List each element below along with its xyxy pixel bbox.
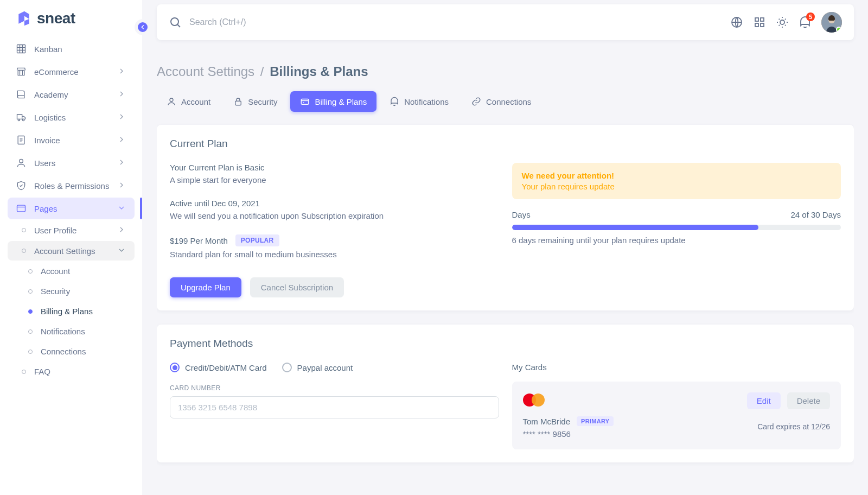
tab-account[interactable]: Account (157, 91, 220, 112)
plan-name: Your Current Plan is Basic (170, 163, 499, 172)
nav-sub-notifications[interactable]: Notifications (8, 322, 135, 341)
brand[interactable]: sneat (0, 0, 142, 33)
nav-ecommerce[interactable]: eCommerce (8, 61, 135, 82)
nav-sub-pages: User Profile Account Settings Account Se… (8, 220, 135, 381)
tab-notifications[interactable]: Notifications (380, 91, 458, 112)
radio-paypal[interactable]: Paypal account (282, 363, 353, 372)
dot-icon (28, 350, 33, 354)
svg-rect-5 (17, 205, 25, 212)
dot-icon (28, 289, 33, 294)
card-masked: **** **** 9856 (523, 429, 614, 439)
topbar: 5 (157, 4, 854, 40)
user-icon (167, 97, 176, 106)
search-input[interactable] (189, 17, 730, 27)
notifications-icon[interactable]: 5 (799, 16, 812, 29)
my-cards-title: My Cards (512, 363, 841, 372)
nav-sub-billing[interactable]: Billing & Plans (8, 302, 135, 321)
svg-point-15 (170, 98, 173, 101)
dot-icon (28, 269, 33, 274)
apps-icon[interactable] (753, 16, 766, 29)
chevron-right-icon (117, 135, 127, 145)
my-cards: My Cards Tom McBride PRIMARY **** **** 9… (512, 363, 841, 449)
plan-status: We need your attention! Your plan requir… (512, 163, 841, 259)
nav-sub-account-settings: Account Security Billing & Plans Notific… (8, 262, 135, 361)
payment-methods-title: Payment Methods (170, 338, 841, 350)
nav-sub-security[interactable]: Security (8, 282, 135, 301)
chevron-right-icon (117, 158, 127, 168)
svg-point-4 (20, 159, 23, 163)
dot-icon (22, 249, 26, 253)
svg-rect-16 (235, 101, 241, 105)
breadcrumb: Account Settings / Billings & Plans (157, 64, 854, 79)
nav-sub-connections[interactable]: Connections (8, 342, 135, 361)
svg-point-12 (780, 20, 784, 24)
upgrade-plan-button[interactable]: Upgrade Plan (170, 277, 241, 297)
bell-icon (390, 97, 399, 106)
nav-pages[interactable]: Pages (8, 198, 135, 219)
plan-price-desc: Standard plan for small to medium busine… (170, 250, 499, 259)
dot-icon (22, 228, 26, 232)
grid-icon (15, 43, 27, 55)
svg-point-1 (18, 119, 20, 120)
chevron-left-icon (139, 23, 146, 31)
link-icon (471, 97, 481, 106)
search-icon[interactable] (169, 16, 182, 29)
card-owner: Tom McBride (523, 417, 571, 426)
nav-logistics[interactable]: Logistics (8, 106, 135, 128)
nav-sub-account[interactable]: Account (8, 262, 135, 281)
delete-card-button[interactable]: Delete (787, 392, 830, 409)
current-plan-title: Current Plan (170, 138, 841, 150)
dot-icon (22, 370, 26, 374)
lock-icon (233, 97, 243, 106)
svg-rect-10 (755, 23, 758, 27)
svg-rect-17 (302, 99, 309, 105)
plan-info: Your Current Plan is Basic A simple star… (170, 163, 499, 259)
chevron-right-icon (117, 225, 127, 235)
card-number-input[interactable] (170, 396, 499, 418)
settings-tabs: Account Security Billing & Plans Notific… (157, 91, 854, 112)
card-icon (300, 97, 310, 106)
days-progress (512, 225, 841, 230)
saved-card: Tom McBride PRIMARY **** **** 9856 Edit … (512, 382, 841, 449)
shield-icon (15, 180, 27, 192)
file-icon (15, 134, 27, 146)
card-number-label: CARD NUMBER (170, 384, 499, 392)
current-plan-card: Current Plan Your Current Plan is Basic … (157, 125, 854, 310)
nav-kanban[interactable]: Kanban (8, 38, 135, 60)
sidebar-nav: Kanban eCommerce Academy Logistics Invoi… (0, 33, 142, 382)
radio-icon (170, 363, 180, 372)
breadcrumb-current: Billings & Plans (270, 64, 368, 79)
tab-security[interactable]: Security (224, 91, 287, 112)
brand-name: sneat (37, 10, 75, 27)
popular-badge: POPULAR (235, 234, 279, 246)
nav-faq[interactable]: FAQ (8, 362, 135, 381)
nav-users[interactable]: Users (8, 152, 135, 174)
chevron-down-icon (117, 204, 127, 213)
user-icon (15, 157, 27, 169)
nav-roles[interactable]: Roles & Permissions (8, 175, 135, 196)
nav-account-settings[interactable]: Account Settings (8, 241, 135, 261)
nav-academy[interactable]: Academy (8, 84, 135, 105)
content: Account Settings / Billings & Plans Acco… (157, 50, 854, 495)
plan-expiry-note: We will send you a notification upon Sub… (170, 211, 499, 220)
nav-user-profile[interactable]: User Profile (8, 220, 135, 240)
alert-title: We need your attention! (522, 171, 832, 180)
tab-billing[interactable]: Billing & Plans (290, 91, 376, 112)
days-label: Days (512, 210, 531, 219)
radio-card[interactable]: Credit/Debit/ATM Card (170, 363, 267, 372)
sidebar-collapse-button[interactable] (135, 19, 151, 35)
svg-rect-9 (761, 18, 764, 21)
cancel-subscription-button[interactable]: Cancel Subscription (250, 277, 344, 297)
truck-icon (15, 111, 27, 123)
tab-connections[interactable]: Connections (462, 91, 541, 112)
window-icon (15, 202, 27, 214)
svg-point-6 (171, 18, 178, 26)
nav-invoice[interactable]: Invoice (8, 129, 135, 151)
days-remaining: 6 days remaining until your plan require… (512, 236, 841, 245)
language-icon[interactable] (730, 16, 743, 29)
breadcrumb-sep: / (260, 64, 264, 79)
avatar[interactable] (821, 12, 842, 33)
theme-icon[interactable] (776, 16, 789, 29)
edit-card-button[interactable]: Edit (747, 392, 781, 409)
store-icon (15, 66, 27, 78)
